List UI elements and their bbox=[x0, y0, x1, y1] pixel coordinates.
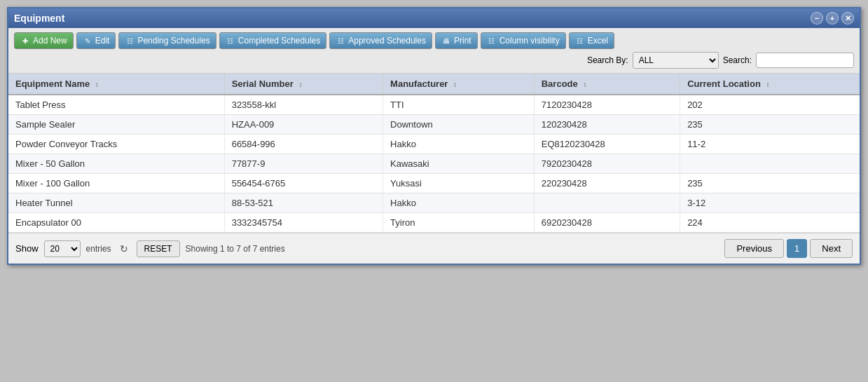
cell-manufacturer: Hakko bbox=[383, 193, 535, 213]
pagination: Previous 1 Next bbox=[724, 239, 853, 258]
edit-icon: ✎ bbox=[83, 36, 92, 46]
table-container: Equipment Name ↕ Serial Number ↕ Manufac… bbox=[8, 74, 860, 233]
cell-barcode: 220230428 bbox=[534, 174, 680, 193]
cell-serial: 88-53-521 bbox=[224, 193, 383, 213]
cell-barcode: EQ8120230428 bbox=[534, 135, 680, 154]
cell-manufacturer: Tyiron bbox=[383, 213, 535, 233]
add-new-button[interactable]: ✚ Add New bbox=[14, 32, 74, 49]
sort-icon-location: ↕ bbox=[766, 81, 769, 88]
col-header-manufacturer[interactable]: Manufacturer ↕ bbox=[383, 74, 535, 95]
cell-manufacturer: TTI bbox=[383, 95, 535, 115]
cell-manufacturer: Downtown bbox=[383, 115, 535, 135]
cell-serial: HZAA-009 bbox=[224, 115, 383, 135]
approved-schedules-button[interactable]: ☷ Approved Schedules bbox=[329, 32, 432, 49]
excel-icon: ☷ bbox=[575, 36, 585, 46]
cell-barcode: 6920230428 bbox=[534, 213, 680, 233]
cell-name: Mixer - 100 Gallon bbox=[8, 174, 224, 193]
footer: Show 10 20 50 100 entries ↻ RESET Showin… bbox=[8, 233, 860, 264]
table-header-row: Equipment Name ↕ Serial Number ↕ Manufac… bbox=[8, 74, 860, 95]
print-icon: 🖶 bbox=[441, 36, 451, 46]
cell-name: Sample Sealer bbox=[8, 115, 224, 135]
table-row[interactable]: Mixer - 100 Gallon556454-6765Yuksasi2202… bbox=[8, 174, 860, 193]
cell-serial: 77877-9 bbox=[224, 154, 383, 174]
cell-barcode bbox=[534, 193, 680, 213]
show-entries-select[interactable]: 10 20 50 100 bbox=[44, 240, 81, 257]
cell-manufacturer: Yuksasi bbox=[383, 174, 535, 193]
cell-location: 3-12 bbox=[680, 193, 860, 213]
toolbar: ✚ Add New ✎ Edit ☷ Pending Schedules ☷ C… bbox=[8, 28, 860, 74]
previous-button[interactable]: Previous bbox=[724, 239, 784, 258]
showing-text: Showing 1 to 7 of 7 entries bbox=[186, 244, 285, 254]
completed-schedules-button[interactable]: ☷ Completed Schedules bbox=[219, 32, 326, 49]
excel-button[interactable]: ☷ Excel bbox=[569, 32, 614, 49]
sort-icon-serial: ↕ bbox=[298, 81, 302, 88]
search-input[interactable] bbox=[756, 53, 854, 68]
completed-icon: ☷ bbox=[226, 36, 235, 46]
cell-barcode: 7920230428 bbox=[534, 154, 680, 174]
cell-barcode: 7120230428 bbox=[534, 95, 680, 115]
sort-icon-name: ↕ bbox=[95, 81, 99, 88]
cell-manufacturer: Kawasaki bbox=[383, 154, 535, 174]
approved-icon: ☷ bbox=[336, 36, 345, 46]
cell-name: Powder Conveyor Tracks bbox=[8, 135, 224, 154]
table-row[interactable]: Sample SealerHZAA-009Downtown12023042823… bbox=[8, 115, 860, 135]
cell-name: Mixer - 50 Gallon bbox=[8, 154, 224, 174]
print-button[interactable]: 🖶 Print bbox=[435, 32, 478, 49]
pending-icon: ☷ bbox=[125, 36, 135, 46]
minimize-button[interactable]: − bbox=[811, 12, 823, 25]
cell-name: Tablet Press bbox=[8, 95, 224, 115]
col-header-serial[interactable]: Serial Number ↕ bbox=[224, 74, 383, 95]
cell-location: 11-2 bbox=[680, 135, 860, 154]
search-by-select[interactable]: ALL Equipment Name Serial Number Manufac… bbox=[633, 52, 719, 69]
cell-location bbox=[680, 154, 860, 174]
table-row[interactable]: Tablet Press323558-kklTTI7120230428202 bbox=[8, 95, 860, 115]
close-button[interactable]: ✕ bbox=[841, 12, 854, 25]
search-by-label: Search By: bbox=[587, 55, 628, 65]
sort-icon-manufacturer: ↕ bbox=[453, 81, 457, 88]
refresh-button[interactable]: ↻ bbox=[117, 242, 131, 256]
search-area: Search By: ALL Equipment Name Serial Num… bbox=[587, 52, 854, 69]
cell-barcode: 120230428 bbox=[534, 115, 680, 135]
cell-manufacturer: Hakko bbox=[383, 135, 535, 154]
window-controls: − + ✕ bbox=[811, 12, 854, 25]
cell-serial: 556454-6765 bbox=[224, 174, 383, 193]
edit-button[interactable]: ✎ Edit bbox=[76, 32, 116, 49]
cell-name: Heater Tunnel bbox=[8, 193, 224, 213]
main-window: Equipment − + ✕ ✚ Add New ✎ Edit ☷ Pendi… bbox=[7, 7, 861, 265]
table-row[interactable]: Powder Conveyor Tracks66584-996HakkoEQ81… bbox=[8, 135, 860, 154]
equipment-table: Equipment Name ↕ Serial Number ↕ Manufac… bbox=[8, 74, 860, 233]
title-bar: Equipment − + ✕ bbox=[8, 8, 860, 28]
col-header-location[interactable]: Current Location ↕ bbox=[680, 74, 860, 95]
cell-serial: 66584-996 bbox=[224, 135, 383, 154]
cell-location: 235 bbox=[680, 174, 860, 193]
col-header-name[interactable]: Equipment Name ↕ bbox=[8, 74, 224, 95]
cell-location: 202 bbox=[680, 95, 860, 115]
window-title: Equipment bbox=[14, 13, 64, 24]
cell-name: Encapsulator 00 bbox=[8, 213, 224, 233]
table-row[interactable]: Encapsulator 003332345754Tyiron692023042… bbox=[8, 213, 860, 233]
table-row[interactable]: Mixer - 50 Gallon77877-9Kawasaki79202304… bbox=[8, 154, 860, 174]
reset-button[interactable]: RESET bbox=[137, 240, 180, 257]
col-header-barcode[interactable]: Barcode ↕ bbox=[534, 74, 680, 95]
search-label: Search: bbox=[723, 55, 752, 65]
column-visibility-button[interactable]: ☷ Column visibility bbox=[481, 32, 566, 49]
table-body: Tablet Press323558-kklTTI7120230428202Sa… bbox=[8, 95, 860, 233]
pending-schedules-button[interactable]: ☷ Pending Schedules bbox=[118, 32, 216, 49]
table-row[interactable]: Heater Tunnel88-53-521Hakko3-12 bbox=[8, 193, 860, 213]
sort-icon-barcode: ↕ bbox=[583, 81, 586, 88]
maximize-button[interactable]: + bbox=[826, 12, 839, 25]
column-icon: ☷ bbox=[487, 36, 497, 46]
cell-location: 235 bbox=[680, 115, 860, 135]
page-1-button[interactable]: 1 bbox=[787, 239, 807, 258]
show-label: Show bbox=[15, 243, 39, 254]
cell-location: 224 bbox=[680, 213, 860, 233]
entries-label: entries bbox=[86, 244, 111, 254]
next-button[interactable]: Next bbox=[810, 239, 853, 258]
cell-serial: 323558-kkl bbox=[224, 95, 383, 115]
add-icon: ✚ bbox=[20, 36, 30, 46]
cell-serial: 3332345754 bbox=[224, 213, 383, 233]
